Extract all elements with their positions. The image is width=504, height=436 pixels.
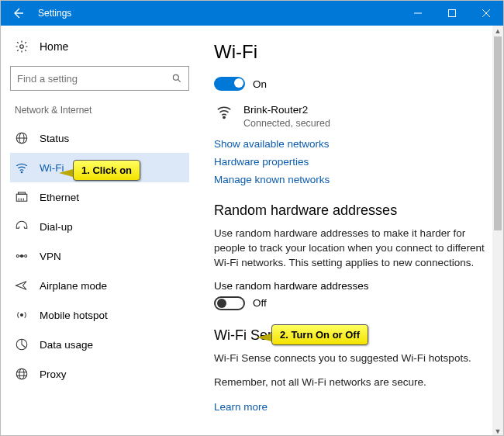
sidebar-item-hotspot[interactable]: Mobile hotspot xyxy=(10,300,189,330)
close-button[interactable] xyxy=(469,1,503,26)
ethernet-icon xyxy=(15,190,29,204)
vertical-scrollbar[interactable]: ▲ ▼ xyxy=(492,26,503,436)
svg-rect-11 xyxy=(16,194,27,201)
link-show-networks[interactable]: Show available networks xyxy=(214,138,486,150)
sidebar-item-proxy[interactable]: Proxy xyxy=(10,359,189,389)
minimize-icon xyxy=(414,9,422,17)
maximize-icon xyxy=(448,9,456,17)
maximize-button[interactable] xyxy=(435,1,469,26)
sidebar-item-vpn[interactable]: VPN xyxy=(10,241,189,271)
svg-point-21 xyxy=(16,369,27,379)
sidebar-item-datausage[interactable]: Data usage xyxy=(10,330,189,359)
random-hw-toggle-state: Off xyxy=(253,297,267,309)
svg-point-5 xyxy=(173,74,178,80)
random-hw-toggle[interactable] xyxy=(214,296,245,310)
svg-point-4 xyxy=(20,45,24,49)
sidebar-item-airplane[interactable]: Airplane mode xyxy=(10,271,189,300)
svg-point-10 xyxy=(21,171,22,173)
globe-icon xyxy=(15,131,29,145)
wifi-toggle-label: On xyxy=(253,78,267,90)
svg-point-22 xyxy=(19,369,24,379)
link-manage-known[interactable]: Manage known networks xyxy=(214,174,486,185)
svg-point-17 xyxy=(25,255,27,258)
wifi-signal-icon xyxy=(214,103,234,123)
svg-point-16 xyxy=(16,255,19,258)
svg-point-19 xyxy=(21,314,23,317)
sidebar-item-label: Data usage xyxy=(40,339,93,351)
svg-rect-12 xyxy=(19,192,26,194)
back-button[interactable] xyxy=(1,1,35,26)
sidebar-item-label: Status xyxy=(40,133,69,144)
random-hw-description: Use random hardware addresses to make it… xyxy=(214,227,486,271)
sidebar-item-label: Mobile hotspot xyxy=(40,310,108,321)
sidebar-item-label: Proxy xyxy=(40,369,67,380)
window-title: Settings xyxy=(35,8,401,19)
airplane-icon xyxy=(15,279,29,292)
titlebar: Settings xyxy=(1,1,503,26)
wifi-icon xyxy=(15,161,29,175)
current-network[interactable]: Brink-Router2 Connected, secured xyxy=(214,103,486,130)
sidebar-home-label: Home xyxy=(40,40,68,53)
sidebar-item-label: Dial-up xyxy=(40,221,73,233)
scroll-up-icon[interactable]: ▲ xyxy=(492,26,503,36)
hotspot-icon xyxy=(15,308,29,322)
scroll-down-icon[interactable]: ▼ xyxy=(492,426,503,436)
callout-arrow-1 xyxy=(59,169,73,177)
search-input-container[interactable] xyxy=(10,66,189,91)
sidebar-item-label: Airplane mode xyxy=(40,280,107,292)
svg-point-25 xyxy=(223,116,225,118)
sidebar-item-label: Ethernet xyxy=(40,192,79,203)
wifi-sense-line1: Wi-Fi Sense connects you to suggested Wi… xyxy=(214,351,486,366)
sidebar-item-ethernet[interactable]: Ethernet xyxy=(10,182,189,212)
random-hw-toggle-label: Use random hardware addresses xyxy=(214,280,486,292)
vpn-icon xyxy=(15,249,29,263)
svg-rect-1 xyxy=(449,10,456,17)
sidebar: Home Network & Internet Status Wi-Fi Eth… xyxy=(1,26,198,436)
sidebar-group-label: Network & Internet xyxy=(10,102,189,123)
sidebar-item-label: VPN xyxy=(40,251,61,262)
sidebar-item-dialup[interactable]: Dial-up xyxy=(10,212,189,241)
wifi-sense-line2: Remember, not all Wi-Fi networks are sec… xyxy=(214,375,486,390)
wifi-toggle[interactable] xyxy=(214,77,245,91)
sidebar-item-status[interactable]: Status xyxy=(10,123,189,153)
dialup-icon xyxy=(15,220,29,234)
search-icon xyxy=(171,73,182,84)
link-hardware-properties[interactable]: Hardware properties xyxy=(214,156,486,168)
minimize-button[interactable] xyxy=(401,1,435,26)
gear-icon xyxy=(15,40,29,54)
page-title: Wi-Fi xyxy=(214,41,486,63)
network-name: Brink-Router2 xyxy=(243,103,330,117)
callout-2: 2. Turn On or Off xyxy=(271,324,368,345)
svg-point-18 xyxy=(21,255,23,258)
sidebar-home-button[interactable]: Home xyxy=(10,33,189,61)
close-icon xyxy=(482,9,490,17)
callout-arrow-2 xyxy=(257,334,271,341)
network-status: Connected, secured xyxy=(243,117,330,130)
search-input[interactable] xyxy=(17,73,171,85)
main-content: Wi-Fi On Brink-Router2 Connected, secure… xyxy=(198,26,503,436)
random-hw-heading: Random hardware addresses xyxy=(214,202,486,219)
datausage-icon xyxy=(15,337,29,351)
arrow-left-icon xyxy=(12,7,24,19)
callout-1: 1. Click on xyxy=(73,160,140,181)
proxy-icon xyxy=(15,367,29,381)
svg-line-6 xyxy=(178,79,180,81)
link-learn-more[interactable]: Learn more xyxy=(214,401,268,413)
scrollbar-thumb[interactable] xyxy=(494,36,502,230)
